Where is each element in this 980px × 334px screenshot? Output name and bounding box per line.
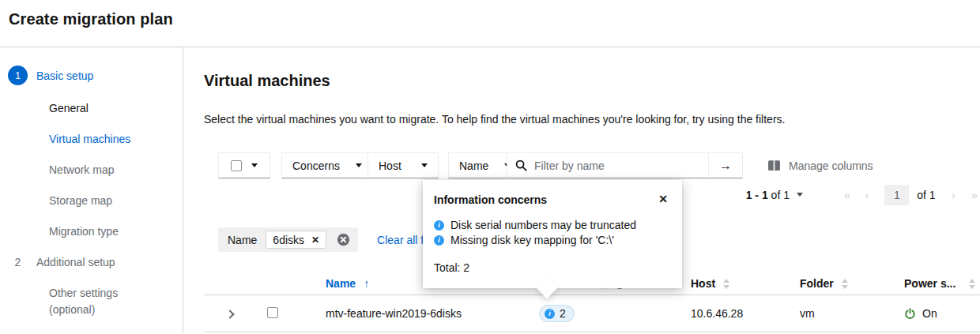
bulk-select-checkbox[interactable] (231, 160, 242, 171)
first-page-button[interactable]: « (836, 188, 857, 201)
manage-columns-button[interactable]: Manage columns (767, 159, 873, 172)
popover-total: Total: 2 (434, 261, 669, 274)
concern-text: Disk serial numbers may be truncated (450, 218, 636, 233)
dropdown-label: Host (379, 159, 401, 172)
step-number-badge: 1 (8, 66, 28, 85)
sidebar-item-virtual-machines[interactable]: Virtual machines (0, 133, 183, 145)
last-page-button[interactable]: » (963, 188, 980, 201)
popover-title: Information concerns (434, 193, 547, 206)
cell-folder: vm (786, 307, 890, 320)
search-icon (515, 159, 527, 171)
row-checkbox[interactable] (267, 307, 278, 318)
search-input[interactable] (534, 159, 700, 172)
sidebar-item-general[interactable]: General (0, 102, 183, 114)
chevron-down-icon (797, 193, 803, 197)
sidebar-item-storage-map[interactable]: Storage map (0, 194, 183, 207)
chevron-right-icon (225, 310, 234, 318)
concerns-filter-dropdown[interactable]: Concerns (281, 152, 368, 178)
clear-chip-group-icon[interactable] (337, 233, 350, 246)
chevron-down-icon (356, 163, 362, 167)
filter-chip-group: Name 6disks ✕ (218, 227, 358, 252)
step-label: Basic setup (36, 69, 93, 82)
section-title: Virtual machines (204, 71, 980, 90)
chip-value: 6disks (273, 234, 304, 246)
chevron-down-icon (421, 163, 428, 167)
sidebar-item-migration-type[interactable]: Migration type (0, 225, 183, 238)
sidebar-item-network-map[interactable]: Network map (0, 163, 183, 176)
next-page-button[interactable]: › (944, 188, 963, 201)
filter-toolbar: Concerns Host Name → (218, 152, 980, 178)
search-submit-button[interactable]: → (708, 152, 743, 178)
columns-icon (767, 159, 781, 171)
host-filter-dropdown[interactable]: Host (368, 152, 439, 178)
dropdown-label: Concerns (292, 159, 340, 172)
info-icon: i (434, 235, 444, 246)
pagination-range-of: of 1 (771, 189, 790, 201)
name-search-field[interactable] (507, 152, 709, 178)
manage-columns-label: Manage columns (789, 159, 873, 172)
wizard-sidebar: 1 Basic setup General Virtual machines N… (0, 47, 183, 333)
chip-group-category: Name (228, 234, 257, 246)
previous-page-button[interactable]: ‹ (857, 188, 876, 201)
arrow-right-icon: → (719, 159, 732, 173)
table-row: mtv-feature-win2019-6disks i 2 10.6.46.2… (204, 295, 980, 332)
section-description: Select the virtual machines you want to … (204, 113, 980, 126)
concerns-count: 2 (560, 307, 566, 320)
chevron-down-icon (251, 163, 258, 167)
sidebar-step-additional-setup[interactable]: 2 Additional setup (0, 256, 183, 268)
concern-item: i Missing disk key mapping for 'C:\' (434, 233, 669, 248)
concerns-popover: Information concerns ✕ i Disk serial num… (423, 180, 682, 288)
row-expand-toggle[interactable] (204, 310, 256, 317)
cell-concerns: i 2 (525, 305, 677, 322)
info-icon: i (545, 309, 555, 319)
step-number: 2 (8, 256, 28, 268)
pagination-of-pages: of 1 (917, 189, 935, 201)
page-header: Create migration plan (0, 0, 980, 47)
dropdown-label: Name (459, 159, 488, 172)
page-title: Create migration plan (9, 10, 980, 28)
current-page-input[interactable]: 1 (884, 185, 909, 205)
power-on-icon (904, 308, 916, 320)
column-header-host[interactable]: Host (677, 277, 786, 290)
concern-item: i Disk serial numbers may be truncated (434, 218, 669, 233)
pagination-summary-menu[interactable]: 1 - 1 of 1 (746, 189, 803, 201)
close-icon[interactable]: ✕ (657, 193, 669, 205)
pagination-range: 1 - 1 (746, 189, 768, 201)
step-label: Additional setup (36, 256, 115, 268)
sort-ascending-icon: ↑ (364, 277, 369, 290)
pagination-nav: « ‹ 1 of 1 › » (836, 185, 980, 205)
sidebar-step-basic-setup[interactable]: 1 Basic setup (0, 66, 183, 85)
cell-power-state: On (890, 307, 980, 320)
concerns-badge[interactable]: i 2 (539, 305, 575, 322)
info-icon: i (434, 220, 444, 231)
cell-host: 10.6.46.28 (677, 307, 786, 320)
bulk-select-toggle[interactable] (218, 152, 270, 178)
sidebar-item-other-settings[interactable]: Other settings (optional) (0, 285, 150, 318)
column-header-power-state[interactable]: Power s... (890, 277, 980, 290)
sort-icon (842, 279, 848, 289)
filter-chip: 6disks ✕ (266, 231, 326, 249)
sort-icon (723, 279, 729, 289)
chip-remove-icon[interactable]: ✕ (311, 235, 319, 245)
sort-icon (969, 279, 975, 289)
name-filter-dropdown[interactable]: Name (448, 152, 507, 178)
power-state-label: On (922, 307, 937, 320)
cell-vm-name: mtv-feature-win2019-6disks (311, 307, 525, 320)
column-header-folder[interactable]: Folder (786, 277, 890, 290)
main-content: Virtual machines Select the virtual mach… (183, 47, 980, 333)
concern-text: Missing disk key mapping for 'C:\' (450, 233, 614, 248)
row-select-cell (256, 307, 311, 321)
